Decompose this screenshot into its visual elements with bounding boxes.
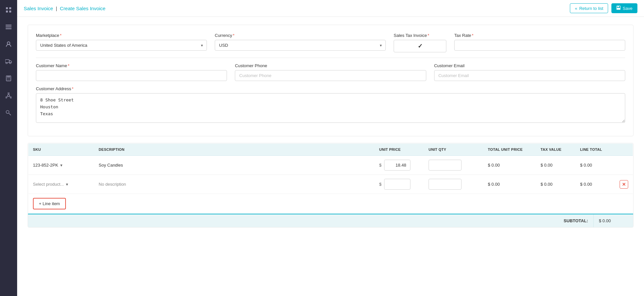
line-total-cell: $ 0.00 xyxy=(575,175,615,194)
svg-point-15 xyxy=(10,78,10,79)
page-title-text: Sales Invoice xyxy=(24,6,53,11)
description-cell: Soy Candles xyxy=(94,156,375,175)
svg-point-14 xyxy=(8,78,9,79)
col-header-action xyxy=(615,144,633,156)
currency-select-wrapper: USD xyxy=(215,40,386,51)
unit-price-cell: $ xyxy=(375,156,424,175)
svg-rect-3 xyxy=(9,11,11,13)
sku-select-value: Select product... xyxy=(33,182,64,187)
marketplace-group: Marketplace* United States of America xyxy=(36,33,207,52)
remove-row-button[interactable]: ✕ xyxy=(620,180,628,189)
col-header-unit-qty: UNIT QTY xyxy=(424,144,483,156)
table-body: 123-852-2PK ▼ Soy Candles $ xyxy=(28,156,633,214)
save-button[interactable]: Save xyxy=(611,3,637,13)
customer-phone-input[interactable] xyxy=(235,70,426,81)
currency-select[interactable]: USD xyxy=(215,40,386,51)
unit-price-cell: $ xyxy=(375,175,424,194)
subtotal-row: SUBTOTAL: $ 0.00 xyxy=(28,214,633,227)
table-row: 123-852-2PK ▼ Soy Candles $ xyxy=(28,156,633,175)
table-row: Select product... ▼ No description $ xyxy=(28,175,633,194)
settings-row: Marketplace* United States of America Cu… xyxy=(36,33,625,52)
svg-line-24 xyxy=(7,96,8,97)
svg-rect-6 xyxy=(6,28,12,29)
line-total-cell: $ 0.00 xyxy=(575,156,615,175)
address-row: Customer Address* 8 Shoe Street Houston … xyxy=(36,86,625,123)
add-line-spacer xyxy=(94,194,633,214)
svg-rect-8 xyxy=(5,60,9,63)
col-header-total-unit-price: TOTAL UNIT PRICE xyxy=(483,144,536,156)
sales-tax-checkbox-wrapper[interactable]: ✓ xyxy=(394,40,446,52)
description-value: No description xyxy=(99,182,126,187)
customer-email-input[interactable] xyxy=(434,70,625,81)
currency-symbol: $ xyxy=(379,163,381,168)
customer-phone-label: Customer Phone xyxy=(235,63,426,68)
form-container: Marketplace* United States of America Cu… xyxy=(17,17,644,235)
add-line-item-cell: + Line item xyxy=(28,194,94,214)
unit-price-input[interactable] xyxy=(384,179,410,190)
calculator-icon[interactable] xyxy=(4,74,13,83)
svg-point-16 xyxy=(7,80,8,80)
sku-chevron-icon[interactable]: ▼ xyxy=(65,182,69,186)
svg-rect-5 xyxy=(6,27,12,28)
truck-icon[interactable] xyxy=(4,57,13,66)
list-icon[interactable] xyxy=(4,22,13,32)
add-line-item-row: + Line item xyxy=(28,194,633,214)
line-total-value: $ 0.00 xyxy=(580,163,592,168)
unit-qty-cell xyxy=(424,156,483,175)
total-unit-price-cell: $ 0.00 xyxy=(483,156,536,175)
marketplace-label: Marketplace* xyxy=(36,33,207,38)
save-icon xyxy=(616,6,621,11)
svg-rect-0 xyxy=(6,7,8,9)
customer-address-group: Customer Address* 8 Shoe Street Houston … xyxy=(36,86,625,123)
svg-rect-12 xyxy=(7,76,10,77)
key-icon[interactable] xyxy=(4,108,13,117)
customer-address-textarea[interactable]: 8 Shoe Street Houston Texas xyxy=(36,93,625,123)
tax-value: $ 0.00 xyxy=(541,182,552,187)
total-unit-price-cell: $ 0.00 xyxy=(483,175,536,194)
create-invoice-link[interactable]: Create Sales Invoice xyxy=(60,6,105,11)
currency-group: Currency* USD xyxy=(215,33,386,52)
sales-tax-label: Sales Tax Invoice* xyxy=(394,33,446,38)
unit-price-input[interactable] xyxy=(384,160,410,171)
line-items-section: SKU DESCRIPTION UNIT PRICE UNIT QTY TOTA… xyxy=(28,143,633,228)
users-icon[interactable] xyxy=(4,40,13,49)
tax-rate-input[interactable]: 8.25 xyxy=(454,40,625,51)
main-content: Sales Invoice | Create Sales Invoice « R… xyxy=(17,0,644,296)
subtotal-value: $ 0.00 xyxy=(594,214,633,227)
description-cell: No description xyxy=(94,175,375,194)
svg-point-9 xyxy=(6,63,7,64)
invoice-table: SKU DESCRIPTION UNIT PRICE UNIT QTY TOTA… xyxy=(28,143,633,214)
tax-rate-label: Tax Rate* xyxy=(454,33,625,38)
total-unit-price-value: $ 0.00 xyxy=(488,182,500,187)
customer-name-label: Customer Name* xyxy=(36,63,227,68)
section-divider xyxy=(36,58,625,58)
network-icon[interactable] xyxy=(4,91,13,100)
line-total-value: $ 0.00 xyxy=(580,182,592,187)
return-to-list-button[interactable]: « Return to list xyxy=(570,3,608,13)
invoice-settings-section: Marketplace* United States of America Cu… xyxy=(28,25,633,136)
svg-rect-4 xyxy=(6,25,12,26)
header-row: SKU DESCRIPTION UNIT PRICE UNIT QTY TOTA… xyxy=(28,144,633,156)
svg-point-17 xyxy=(8,80,9,80)
svg-line-25 xyxy=(9,96,11,97)
marketplace-select[interactable]: United States of America xyxy=(36,40,207,51)
unit-qty-input[interactable] xyxy=(429,179,462,190)
unit-qty-input[interactable] xyxy=(429,160,462,171)
grid-icon[interactable] xyxy=(4,5,13,14)
svg-rect-28 xyxy=(618,6,619,7)
svg-point-7 xyxy=(7,42,10,44)
action-cell: ✕ xyxy=(615,175,633,194)
sidebar xyxy=(0,0,17,296)
col-header-description: DESCRIPTION xyxy=(94,144,375,156)
currency-label: Currency* xyxy=(215,33,386,38)
svg-point-13 xyxy=(7,78,8,79)
customer-name-input[interactable]: Michael James xyxy=(36,70,227,81)
svg-point-10 xyxy=(10,63,11,64)
sku-chevron-icon[interactable]: ▼ xyxy=(60,163,63,167)
svg-rect-2 xyxy=(6,11,8,13)
svg-point-20 xyxy=(8,93,9,94)
subtotal-label: SUBTOTAL: xyxy=(558,214,594,227)
table-header: SKU DESCRIPTION UNIT PRICE UNIT QTY TOTA… xyxy=(28,144,633,156)
add-line-item-button[interactable]: + Line item xyxy=(33,198,66,209)
sku-cell: Select product... ▼ xyxy=(28,175,94,194)
